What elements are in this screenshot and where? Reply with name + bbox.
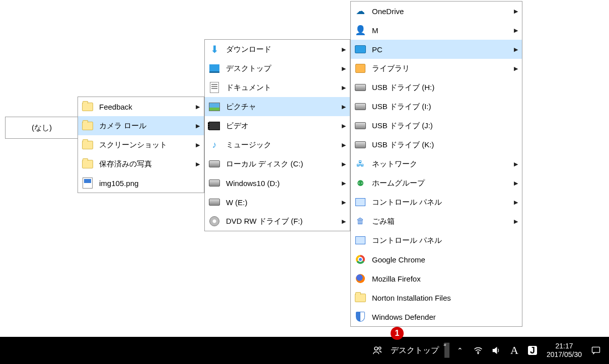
menu-item-label: Windows Defender xyxy=(372,313,518,321)
menu-item-label: ピクチャ xyxy=(226,102,336,112)
menu-item[interactable]: 🗑ごみ箱▶ xyxy=(351,212,522,231)
menu-item[interactable]: USB ドライブ (I:) xyxy=(351,97,522,116)
submenu-arrow-icon: ▶ xyxy=(342,46,346,53)
menu-item[interactable]: ⚉ホームグループ▶ xyxy=(351,173,522,193)
menu-item-label: デスクトップ xyxy=(226,64,336,73)
menu-item-label: img105.png xyxy=(99,179,200,188)
toolbar-handle[interactable]: » xyxy=(444,343,449,358)
menu-item-label: DVD RW ドライブ (F:) xyxy=(226,217,336,226)
menu-item-label: Mozilla Firefox xyxy=(372,275,518,283)
menu-item-label: ローカル ディスク (C:) xyxy=(226,159,336,169)
home-icon: ⚉ xyxy=(355,177,366,189)
menu-item-label: ライブラリ xyxy=(372,64,508,73)
menu-item-label: USB ドライブ (K:) xyxy=(372,140,518,150)
menu-item[interactable]: Mozilla Firefox xyxy=(351,269,522,288)
menu-item-label: USB ドライブ (J:) xyxy=(372,121,518,131)
folder-icon xyxy=(82,120,93,131)
net-icon: 🖧 xyxy=(355,158,366,169)
clock-date: 2017/05/30 xyxy=(547,350,582,359)
ctrl-icon xyxy=(355,197,366,208)
menu-item-label: ごみ箱 xyxy=(372,217,508,226)
taskbar: デスクトップ 1 » ⌃ A J 21:17 2017/05/30 xyxy=(0,337,609,364)
menu-item[interactable]: USB ドライブ (J:) xyxy=(351,116,522,135)
menu-item[interactable]: Feedback▶ xyxy=(78,97,204,116)
menu-item[interactable]: コントロール パネル▶ xyxy=(351,193,522,212)
menu-item[interactable]: Windows Defender xyxy=(351,307,522,326)
ctrl-icon xyxy=(355,235,366,246)
menu-item-label: USB ドライブ (H:) xyxy=(372,83,518,93)
menu-item-label: W (E:) xyxy=(226,198,336,207)
submenu-arrow-icon: ▶ xyxy=(196,104,200,110)
folder-icon xyxy=(355,292,366,303)
submenu-arrow-icon: ▶ xyxy=(196,142,200,148)
menu-item-label: OneDrive xyxy=(372,7,508,16)
submenu-arrow-icon: ▶ xyxy=(514,218,518,225)
disk-icon xyxy=(209,158,220,169)
monitor-icon xyxy=(355,44,366,55)
submenu-arrow-icon: ▶ xyxy=(514,65,518,72)
dvd-icon xyxy=(209,216,220,227)
menu-item-label: スクリーンショット xyxy=(99,140,190,150)
menu-item[interactable]: W (E:)▶ xyxy=(205,193,350,212)
wifi-icon[interactable] xyxy=(469,337,487,364)
desktop-toolbar-button[interactable]: デスクトップ 1 xyxy=(387,337,443,364)
svg-point-0 xyxy=(374,347,377,350)
menu-item[interactable]: ピクチャ▶ xyxy=(205,97,350,116)
menu-item[interactable]: コントロール パネル xyxy=(351,231,522,250)
menu-item[interactable]: ビデオ▶ xyxy=(205,116,350,135)
firefox-icon xyxy=(355,273,366,284)
root-menu[interactable]: (なし) xyxy=(5,117,79,139)
submenu-arrow-icon: ▶ xyxy=(342,104,346,110)
menu-item-label: Windows10 (D:) xyxy=(226,179,336,188)
ime-indicator[interactable]: A xyxy=(505,337,523,364)
submenu-arrow-icon: ▶ xyxy=(342,142,346,148)
menu-item-label: コントロール パネル xyxy=(372,236,518,245)
menu-item[interactable]: ♪ミュージック▶ xyxy=(205,135,350,154)
submenu-arrow-icon: ▶ xyxy=(514,180,518,187)
action-center-icon[interactable] xyxy=(587,337,605,364)
menu-item[interactable]: USB ドライブ (K:) xyxy=(351,135,522,154)
svg-point-1 xyxy=(378,347,381,349)
tray-overflow-icon[interactable]: ⌃ xyxy=(451,337,469,364)
menu-item[interactable]: 👤M▶ xyxy=(351,21,522,40)
menu-item[interactable]: 🖧ネットワーク▶ xyxy=(351,154,522,173)
disk-icon xyxy=(209,197,220,208)
tray-app-icon[interactable]: J xyxy=(523,337,542,364)
submenu-arrow-icon: ▶ xyxy=(514,27,518,34)
menu-item-label: Norton Installation Files xyxy=(372,294,518,302)
lib-icon xyxy=(355,63,366,74)
menu-item[interactable]: ☁OneDrive▶ xyxy=(351,2,522,21)
menu-item[interactable]: ライブラリ▶ xyxy=(351,59,522,78)
menu-item[interactable]: DVD RW ドライブ (F:)▶ xyxy=(205,212,350,231)
submenu-arrow-icon: ▶ xyxy=(342,199,346,206)
submenu-arrow-icon: ▶ xyxy=(514,161,518,167)
disk-icon xyxy=(355,101,366,112)
menu-item[interactable]: Norton Installation Files xyxy=(351,288,522,307)
disk-icon xyxy=(355,120,366,131)
menu-item[interactable]: 保存済みの写真▶ xyxy=(78,154,204,173)
menu-item[interactable]: img105.png xyxy=(78,173,204,193)
dl-arrow-icon: ⬇ xyxy=(209,44,220,55)
menu-item[interactable]: ローカル ディスク (C:)▶ xyxy=(205,154,350,173)
desktop-ico-icon xyxy=(209,63,220,74)
people-icon[interactable] xyxy=(368,337,387,364)
disk-icon xyxy=(355,139,366,150)
desktop-toolbar-label: デスクトップ xyxy=(391,345,439,356)
menu-item[interactable]: Google Chrome xyxy=(351,250,522,269)
doc-icon xyxy=(209,82,220,93)
menu-item[interactable]: USB ドライブ (H:) xyxy=(351,78,522,97)
submenu-arrow-icon: ▶ xyxy=(342,84,346,91)
menu-item-label: ビデオ xyxy=(226,121,336,131)
menu-item[interactable]: ⬇ダウンロード▶ xyxy=(205,40,350,59)
menu-item[interactable]: スクリーンショット▶ xyxy=(78,135,204,154)
submenu-arrow-icon: ▶ xyxy=(196,123,200,129)
menu-item[interactable]: ドキュメント▶ xyxy=(205,78,350,97)
menu-item[interactable]: カメラ ロール▶ xyxy=(78,116,204,135)
clock[interactable]: 21:17 2017/05/30 xyxy=(542,342,587,359)
submenu-arrow-icon: ▶ xyxy=(196,161,200,167)
menu-item[interactable]: PC▶ xyxy=(351,40,522,59)
submenu-arrow-icon: ▶ xyxy=(342,180,346,187)
menu-item[interactable]: デスクトップ▶ xyxy=(205,59,350,78)
volume-icon[interactable] xyxy=(487,337,505,364)
menu-item[interactable]: Windows10 (D:)▶ xyxy=(205,173,350,193)
